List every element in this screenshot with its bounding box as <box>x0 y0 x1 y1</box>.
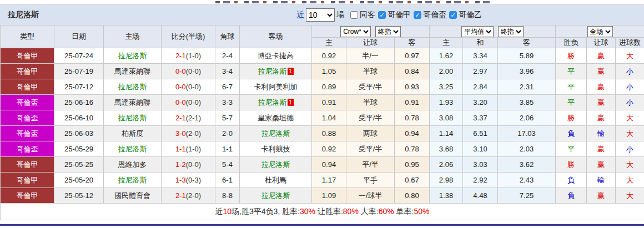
home-team: 拉尼洛斯 <box>104 48 162 64</box>
match-date: 25-06-16 <box>54 95 104 110</box>
europe-odds-time-select[interactable]: 终指 <box>498 26 524 37</box>
europe-away-odds: 3.96 <box>498 64 556 79</box>
asian-odds-source-select[interactable]: Crow* <box>340 26 371 37</box>
corner-score: 6-1 <box>215 173 240 188</box>
asian-away-odds: 0.67 <box>395 173 430 188</box>
wdl-result: 勝 <box>556 48 587 64</box>
match-history-table: 类型 日期 主场 比分(半场) 角球 客场 Crow* 终指 平均值 终指 全场 <box>0 25 644 220</box>
league-filter-checkbox-0[interactable]: ✓哥倫甲 <box>378 10 411 20</box>
same-away-checkbox[interactable]: 同客 <box>350 10 375 20</box>
home-team: 國民體育會 <box>104 188 162 204</box>
europe-draw-odds: 2.92 <box>463 173 498 188</box>
wdl-result: 平 <box>556 141 587 157</box>
handicap-line: 半球 <box>346 95 395 110</box>
handicap-result: 赢 <box>587 64 616 79</box>
checked-checkbox-icon: ✓ <box>414 11 421 19</box>
wdl-result: 負 <box>556 188 587 204</box>
match-table-body: 哥倫甲 25-07-24 拉尼洛斯 2-1(1-0) 2-4 博亞卡捷高 0.9… <box>1 48 644 204</box>
asian-home-odds: 0.91 <box>312 95 346 110</box>
match-date: 25-05-20 <box>54 173 104 188</box>
goals-result: 大 <box>616 173 644 188</box>
title-bar: 拉尼洛斯 近 10 場 同客 ✓哥倫甲✓哥倫盃✓哥倫乙 <box>0 4 644 25</box>
score-cell: 0-0(0-0) <box>162 79 215 95</box>
asian-away-odds: 0.93 <box>395 79 430 95</box>
league-filter-checkbox-1[interactable]: ✓哥倫盃 <box>414 10 446 20</box>
league-filter-checkbox-2[interactable]: ✓哥倫乙 <box>449 10 482 20</box>
table-row: 哥倫甲 25-05-25 恩維加多 1-2(0-0) 5-4 拉尼洛斯 0.94… <box>1 157 644 173</box>
home-team: 馬達萊納聯 <box>104 95 162 110</box>
handicap-result: 赢 <box>587 188 616 204</box>
home-team: 恩維加多 <box>104 157 162 173</box>
away-team: 拉尼洛斯1 <box>240 64 312 79</box>
league-badge: 哥倫甲 <box>1 64 54 79</box>
asian-away-odds: 0.94 <box>395 126 430 141</box>
europe-away-odds: 2.06 <box>498 110 556 126</box>
goals-result: 小 <box>616 79 644 95</box>
away-team: 博亞卡捷高 <box>240 48 312 64</box>
asian-away-odds: 0.97 <box>395 48 430 64</box>
handicap-result: 輸 <box>587 126 616 141</box>
europe-home-odds: 1.93 <box>430 95 463 110</box>
col-header-date: 日期 <box>54 26 104 48</box>
match-date: 25-07-12 <box>54 79 104 95</box>
subheader-eu-draw: 和 <box>463 38 498 48</box>
europe-away-odds: 3.62 <box>498 157 556 173</box>
away-team: 杜利馬 <box>240 173 312 188</box>
fulltime-score: 0-0 <box>175 67 186 75</box>
europe-away-odds: 2.31 <box>498 79 556 95</box>
col-header-corner: 角球 <box>215 26 240 48</box>
recent-label: 近 <box>296 10 304 20</box>
away-team: 卡利競技 <box>240 141 312 157</box>
handicap-result: 赢 <box>587 157 616 173</box>
league-badge: 哥倫甲 <box>1 188 54 204</box>
table-row: 哥倫盃 25-06-03 柏斯度 3-0(2-0) 2-0 拉尼洛斯 0.88 … <box>1 126 644 141</box>
match-history-panel: 拉尼洛斯 近 10 場 同客 ✓哥倫甲✓哥倫盃✓哥倫乙 类型 日期 主场 比分(… <box>0 0 644 226</box>
corner-score: 6-7 <box>215 79 240 95</box>
europe-odds-group-header: 平均值 终指 <box>430 26 556 38</box>
summary-text: 近10场,胜3平4负3, 胜率:30% 让胜率:80% 大率:60% 单率:50… <box>1 204 644 220</box>
match-date: 25-05-25 <box>54 157 104 173</box>
goals-result: 小 <box>616 64 644 79</box>
subheader-asian-away: 客 <box>395 38 430 48</box>
europe-draw-odds: 4.48 <box>463 188 498 204</box>
filter-controls: 近 10 場 同客 ✓哥倫甲✓哥倫盃✓哥倫乙 <box>296 8 482 22</box>
league-badge: 哥倫盃 <box>1 95 54 110</box>
col-header-type: 类型 <box>1 26 54 48</box>
handicap-result: 赢 <box>587 110 616 126</box>
away-team: 卡利阿美利加 <box>240 79 312 95</box>
goals-result: 大 <box>616 157 644 173</box>
score-cell: 2-1(2-1) <box>162 110 215 126</box>
europe-odds-source-select[interactable]: 平均值 <box>461 26 494 37</box>
europe-home-odds: 1.62 <box>430 48 463 64</box>
europe-draw-odds: 2.97 <box>463 64 498 79</box>
checked-checkbox-icon: ✓ <box>449 11 457 19</box>
halftime-score: (2-0) <box>186 129 201 138</box>
table-row: 哥倫甲 25-07-24 拉尼洛斯 2-1(1-0) 2-4 博亞卡捷高 0.9… <box>1 48 644 64</box>
asian-away-odds: 0.78 <box>395 141 430 157</box>
fulltime-score: 3-0 <box>175 129 186 138</box>
fulltime-score: 0-0 <box>175 83 186 91</box>
europe-home-odds: 2.00 <box>430 64 463 79</box>
scope-select[interactable]: 全场 <box>587 26 613 37</box>
match-date: 25-05-12 <box>54 188 104 204</box>
europe-home-odds: 2.98 <box>430 173 463 188</box>
asian-home-odds: 0.89 <box>312 79 346 95</box>
col-header-home: 主场 <box>104 26 162 48</box>
checkbox-label: 哥倫盃 <box>423 10 446 20</box>
asian-away-odds: 0.84 <box>395 64 430 79</box>
handicap-result: 赢 <box>587 141 616 157</box>
away-team: 拉尼洛斯1 <box>240 95 312 110</box>
header-select-row: 类型 日期 主场 比分(半场) 角球 客场 Crow* 终指 平均值 终指 全场 <box>1 26 644 38</box>
score-cell: 2-1(2-0) <box>162 188 215 204</box>
recent-count-select[interactable]: 10 <box>306 8 335 22</box>
home-team: 拉尼洛斯 <box>104 79 162 95</box>
asian-home-odds: 1.04 <box>312 110 346 126</box>
home-team: 拉尼洛斯 <box>104 141 162 157</box>
subheader-wdl: 胜负 <box>556 38 587 48</box>
goals-result: 大 <box>616 188 644 204</box>
summary-row: 近10场,胜3平4负3, 胜率:30% 让胜率:80% 大率:60% 单率:50… <box>1 204 644 220</box>
asian-odds-time-select[interactable]: 终指 <box>375 26 401 37</box>
score-cell: 0-0(0-0) <box>162 95 215 110</box>
europe-away-odds: 2.43 <box>498 173 556 188</box>
subheader-eu-away: 客 <box>498 38 556 48</box>
